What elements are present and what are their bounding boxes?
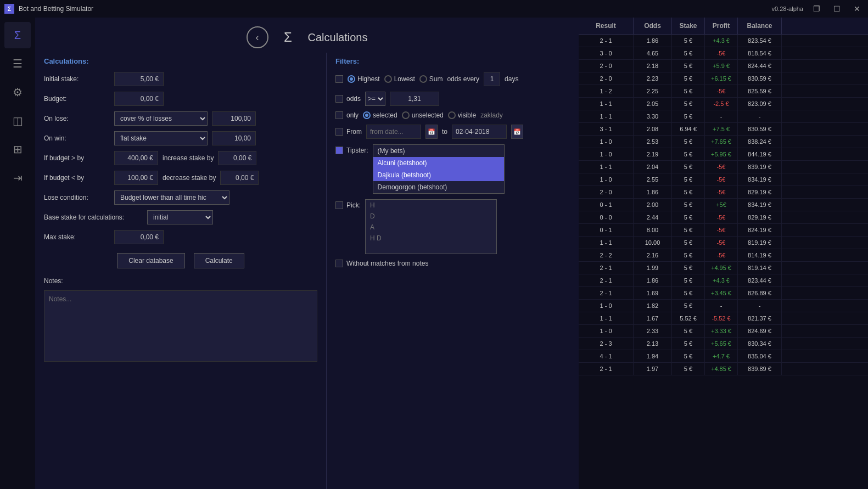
decrease-amount[interactable]: [220, 171, 259, 185]
on-win-input[interactable]: [212, 131, 256, 145]
pick-item-a[interactable]: A: [366, 222, 496, 233]
from-date-input[interactable]: [366, 125, 421, 139]
table-row[interactable]: 1 - 02.555 €-5€834.19 €: [579, 173, 868, 186]
table-row[interactable]: 2 - 11.995 €+4.95 €819.14 €: [579, 262, 868, 274]
titlebar-right: v0.28-alpha ❐ ☐ ✕: [772, 3, 864, 14]
table-row[interactable]: 2 - 11.865 €+4.3 €823.44 €: [579, 274, 868, 287]
decrease-label: decrease stake by: [163, 174, 216, 182]
lowest-label: Lowest: [394, 75, 415, 83]
tipster-checkbox-item[interactable]: Tipster:: [335, 147, 368, 154]
only-checkbox-item[interactable]: only: [335, 111, 359, 119]
lose-condition-select[interactable]: Budget lower than all time hic: [114, 190, 229, 205]
without-matches-checkbox-item[interactable]: Without matches from notes: [335, 260, 428, 267]
if-budget-lt-value[interactable]: [114, 171, 158, 185]
close-button[interactable]: ✕: [850, 3, 864, 14]
pick-checkbox[interactable]: [335, 201, 343, 209]
tipster-option-dajkula[interactable]: Dajkula (betshoot): [373, 169, 504, 181]
pick-item-h[interactable]: H: [366, 200, 496, 211]
on-lose-select[interactable]: cover % of losses: [114, 111, 208, 126]
table-row[interactable]: 1 - 02.195 €+5.95 €844.19 €: [579, 148, 868, 161]
selected-radio[interactable]: selected: [363, 111, 397, 119]
pick-item-d[interactable]: D: [366, 211, 496, 222]
sidebar-item-layers[interactable]: ◫: [4, 108, 31, 134]
odds-filter-checkbox[interactable]: [335, 95, 343, 103]
sidebar-item-sigma[interactable]: Σ: [4, 22, 31, 48]
table-row[interactable]: 2 - 11.975 €+4.85 €839.89 €: [579, 363, 868, 375]
only-checkbox[interactable]: [335, 111, 343, 119]
increase-amount[interactable]: [218, 151, 256, 165]
on-win-select[interactable]: flat stake: [114, 131, 208, 145]
sidebar-item-share[interactable]: ⇥: [4, 165, 31, 191]
table-row[interactable]: 0 - 02.445 €-5€829.19 €: [579, 211, 868, 224]
highest-radio[interactable]: Highest: [348, 75, 380, 83]
odds-value-input[interactable]: [390, 92, 439, 106]
table-row[interactable]: 2 - 22.165 €-5€814.19 €: [579, 249, 868, 262]
from-checkbox[interactable]: [335, 128, 343, 136]
table-cell: 5 €: [672, 173, 705, 186]
table-row[interactable]: 2 - 11.695 €+3.45 €826.89 €: [579, 287, 868, 300]
back-button[interactable]: ‹: [247, 26, 268, 48]
sum-radio[interactable]: Sum: [419, 75, 443, 83]
table-cell: 5 €: [672, 136, 705, 148]
table-cell: 5 €: [672, 186, 705, 198]
without-matches-checkbox[interactable]: [335, 260, 343, 267]
table-cell: +3.45 €: [705, 287, 738, 299]
highest-checkbox-item[interactable]: [335, 75, 343, 83]
pick-item-hd[interactable]: H D: [366, 233, 496, 244]
table-row[interactable]: 4 - 11.945 €+4.7 €835.04 €: [579, 350, 868, 363]
table-cell: 2.16: [634, 249, 672, 261]
table-row[interactable]: 1 - 11.675.52 €-5.52 €821.37 €: [579, 312, 868, 325]
table-row[interactable]: 3 - 12.086.94 €+7.5 €830.59 €: [579, 123, 868, 136]
table-row[interactable]: 1 - 110.005 €-5€819.19 €: [579, 237, 868, 249]
table-row[interactable]: 2 - 01.865 €-5€829.19 €: [579, 186, 868, 199]
tipster-option-alcuni[interactable]: Alcuni (betshoot): [373, 157, 504, 169]
table-cell: -: [738, 300, 782, 312]
from-calendar-button[interactable]: 📅: [425, 125, 438, 139]
lowest-radio[interactable]: Lowest: [384, 75, 415, 83]
pick-checkbox-item[interactable]: Pick:: [335, 201, 361, 209]
tipster-option-my-bets[interactable]: (My bets): [373, 145, 504, 157]
table-row[interactable]: 1 - 22.255 €-5€825.59 €: [579, 85, 868, 98]
visible-radio[interactable]: visible: [448, 111, 476, 119]
tipster-checkbox[interactable]: [335, 147, 343, 154]
restore-button[interactable]: ❐: [810, 3, 824, 14]
table-row[interactable]: 0 - 12.005 €+5€834.19 €: [579, 199, 868, 211]
table-row[interactable]: 0 - 18.005 €-5€824.19 €: [579, 224, 868, 237]
table-row[interactable]: 1 - 02.335 €+3.33 €824.69 €: [579, 325, 868, 338]
initial-stake-input[interactable]: [114, 72, 164, 86]
odds-operator-select[interactable]: >=: [365, 92, 385, 106]
maximize-button[interactable]: ☐: [830, 3, 844, 14]
clear-database-button[interactable]: Clear database: [117, 253, 184, 268]
to-calendar-button[interactable]: 📅: [511, 125, 523, 139]
sidebar-item-calculator[interactable]: ⊞: [4, 136, 31, 162]
from-checkbox-item[interactable]: From: [335, 128, 362, 136]
table-row[interactable]: 1 - 12.055 €-2.5 €823.09 €: [579, 98, 868, 110]
to-date-input[interactable]: [452, 125, 507, 139]
highest-checkbox[interactable]: [335, 75, 343, 83]
on-lose-input[interactable]: [212, 111, 256, 126]
table-row[interactable]: 1 - 13.305 €--: [579, 110, 868, 123]
sidebar-item-list[interactable]: ☰: [4, 50, 31, 77]
if-budget-gt-value[interactable]: [114, 151, 158, 165]
table-row[interactable]: 1 - 02.535 €+7.65 €838.24 €: [579, 136, 868, 148]
table-row[interactable]: 2 - 32.135 €+5.65 €830.34 €: [579, 338, 868, 350]
days-input[interactable]: [484, 72, 500, 86]
table-row[interactable]: 1 - 12.045 €-5€839.19 €: [579, 161, 868, 173]
table-cell: 2 - 1: [579, 262, 634, 274]
base-stake-select[interactable]: initial: [147, 210, 213, 224]
table-cell: +4.3 €: [705, 274, 738, 286]
budget-input[interactable]: [114, 92, 164, 106]
table-row[interactable]: 2 - 11.865 €+4.3 €823.54 €: [579, 35, 868, 47]
table-row[interactable]: 1 - 01.825 €--: [579, 300, 868, 312]
table-cell: 5 €: [672, 148, 705, 160]
notes-textarea[interactable]: [44, 290, 317, 362]
unselected-radio[interactable]: unselected: [402, 111, 444, 119]
table-row[interactable]: 3 - 04.655 €-5€818.54 €: [579, 47, 868, 60]
tipster-option-demogorgon[interactable]: Demogorgon (betshoot): [373, 181, 504, 193]
odds-filter-checkbox-item[interactable]: odds: [335, 95, 361, 103]
calculate-button[interactable]: Calculate: [194, 253, 244, 268]
max-stake-input[interactable]: [114, 230, 164, 244]
table-row[interactable]: 2 - 02.235 €+6.15 €830.59 €: [579, 72, 868, 85]
table-row[interactable]: 2 - 02.185 €+5.9 €824.44 €: [579, 60, 868, 72]
sidebar-item-settings[interactable]: ⚙: [4, 79, 31, 105]
